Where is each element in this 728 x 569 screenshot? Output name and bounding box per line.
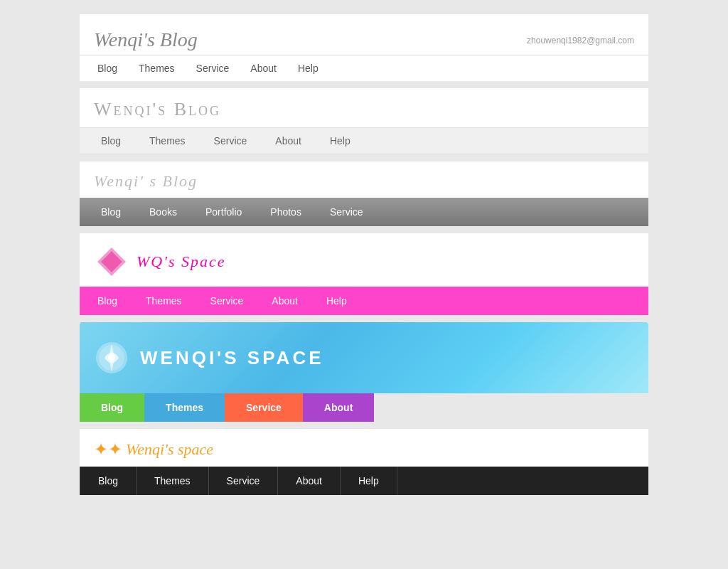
site-title-6: Wenqi's space [126, 440, 213, 459]
nav4-help[interactable]: Help [312, 287, 361, 315]
nav3-portfolio[interactable]: Portfolio [191, 198, 256, 226]
diamond-logo [94, 244, 129, 280]
nav6-about[interactable]: About [278, 467, 341, 495]
section2-header: Wenqi's Blog [80, 88, 648, 127]
nav4-themes[interactable]: Themes [132, 287, 196, 315]
nav3-blog[interactable]: Blog [87, 198, 135, 226]
nav1-service[interactable]: Service [186, 55, 240, 81]
nav2-themes[interactable]: Themes [135, 128, 200, 154]
nav1-themes[interactable]: Themes [128, 55, 186, 81]
site-title-5: WENQI'S SPACE [140, 347, 324, 369]
section3-header: Wenqi' s Blog [80, 161, 648, 198]
nav2: Blog Themes Service About Help [80, 127, 648, 154]
section1: Wenqi's Blog zhouwenqi1982@gmail.com Blo… [80, 14, 648, 81]
nav3-photos[interactable]: Photos [256, 198, 316, 226]
page-wrapper: Wenqi's Blog zhouwenqi1982@gmail.com Blo… [80, 14, 648, 555]
nav2-help[interactable]: Help [316, 128, 365, 154]
nav5: Blog Themes Service About [80, 393, 648, 422]
section2: Wenqi's Blog Blog Themes Service About H… [80, 88, 648, 154]
nav1-blog[interactable]: Blog [87, 55, 128, 81]
nav6-blog[interactable]: Blog [80, 467, 136, 495]
nav2-blog[interactable]: Blog [87, 128, 135, 154]
nav5-service[interactable]: Service [225, 393, 303, 422]
nav4: Blog Themes Service About Help [80, 287, 648, 315]
site-title-4: WQ's Space [136, 252, 226, 271]
section4-header: WQ's Space [80, 233, 648, 287]
space-logo-icon [94, 340, 129, 376]
site-title-2: Wenqi's Blog [94, 99, 221, 119]
nav5-about[interactable]: About [303, 393, 374, 422]
nav6: Blog Themes Service About Help [80, 467, 648, 495]
nav4-blog[interactable]: Blog [83, 287, 132, 315]
nav1: Blog Themes Service About Help [80, 55, 648, 81]
nav2-about[interactable]: About [261, 128, 316, 154]
nav3: Blog Books Portfolio Photos Service [80, 198, 648, 226]
section6-header: ✦✦ Wenqi's space [80, 429, 648, 467]
nav6-service[interactable]: Service [209, 467, 279, 495]
nav4-service[interactable]: Service [196, 287, 258, 315]
nav6-themes[interactable]: Themes [136, 467, 209, 495]
site-title-1: Wenqi's Blog [94, 28, 198, 51]
section6: ✦✦ Wenqi's space Blog Themes Service Abo… [80, 429, 648, 495]
nav1-about[interactable]: About [240, 55, 287, 81]
nav5-themes[interactable]: Themes [144, 393, 225, 422]
nav4-about[interactable]: About [257, 287, 312, 315]
nav2-service[interactable]: Service [200, 128, 262, 154]
nav6-help[interactable]: Help [341, 467, 397, 495]
section5-banner: WENQI'S SPACE [80, 322, 648, 393]
nav3-service[interactable]: Service [316, 198, 378, 226]
section1-header: Wenqi's Blog zhouwenqi1982@gmail.com [80, 21, 648, 55]
nav3-books[interactable]: Books [135, 198, 191, 226]
email-text: zhouwenqi1982@gmail.com [527, 36, 634, 46]
nav5-blog[interactable]: Blog [80, 393, 144, 422]
leaves-icon: ✦✦ [94, 440, 122, 459]
site-title-3: Wenqi' s Blog [94, 172, 198, 190]
section4: WQ's Space Blog Themes Service About Hel… [80, 233, 648, 315]
section5: WENQI'S SPACE Blog Themes Service About [80, 322, 648, 422]
nav1-help[interactable]: Help [287, 55, 329, 81]
section3: Wenqi' s Blog Blog Books Portfolio Photo… [80, 161, 648, 226]
